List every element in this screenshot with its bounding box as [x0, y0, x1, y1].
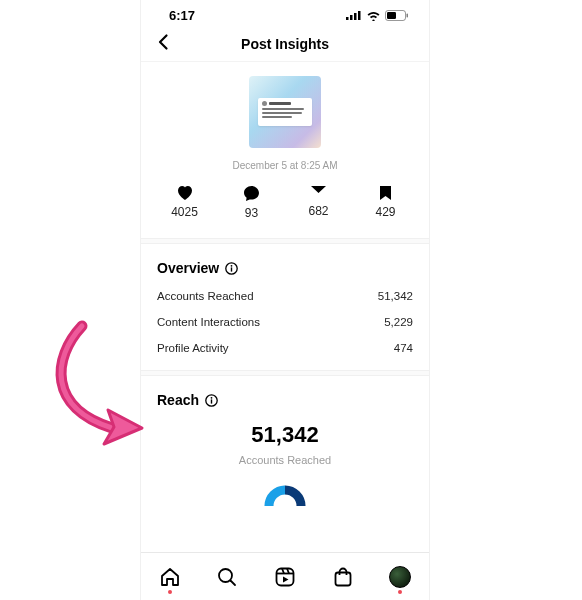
battery-icon: [385, 10, 409, 21]
reach-value: 51,342: [157, 422, 413, 448]
reach-section: Reach 51,342 Accounts Reached: [141, 376, 429, 522]
svg-rect-18: [276, 568, 293, 585]
svg-rect-5: [387, 12, 396, 19]
comment-icon: [243, 185, 260, 202]
reels-icon: [274, 566, 296, 588]
status-bar: 6:17: [141, 0, 429, 26]
row-value: 474: [394, 342, 413, 354]
status-time: 6:17: [169, 8, 195, 23]
shares[interactable]: 682: [285, 185, 352, 220]
chevron-left-icon: [155, 33, 173, 51]
tab-home[interactable]: [156, 566, 184, 588]
comments[interactable]: 93: [218, 185, 285, 220]
reach-info-button[interactable]: [205, 394, 218, 407]
page-title: Post Insights: [179, 36, 391, 52]
overview-row: Content Interactions 5,229: [157, 316, 413, 328]
post-thumbnail[interactable]: [249, 76, 321, 148]
share-icon: [310, 185, 327, 200]
svg-point-11: [211, 396, 213, 398]
notification-dot: [168, 590, 172, 594]
shares-count: 682: [308, 204, 328, 218]
overview-title: Overview: [157, 260, 219, 276]
overview-row: Profile Activity 474: [157, 342, 413, 354]
annotation-arrow: [42, 318, 152, 458]
tab-reels[interactable]: [271, 566, 299, 588]
heart-icon: [176, 185, 194, 201]
svg-rect-6: [407, 13, 409, 17]
likes[interactable]: 4025: [151, 185, 218, 220]
svg-rect-22: [335, 572, 350, 585]
row-label: Content Interactions: [157, 316, 260, 328]
status-icons: [346, 10, 409, 21]
avatar: [389, 566, 411, 588]
reach-label: Accounts Reached: [157, 454, 413, 466]
overview-row: Accounts Reached 51,342: [157, 290, 413, 302]
svg-rect-9: [231, 267, 232, 271]
tab-shop[interactable]: [329, 566, 357, 588]
search-icon: [216, 566, 238, 588]
svg-rect-3: [358, 11, 361, 20]
svg-point-8: [231, 264, 233, 266]
title-bar: Post Insights: [141, 26, 429, 62]
overview-section: Overview Accounts Reached 51,342 Content…: [141, 244, 429, 370]
notification-dot: [398, 590, 402, 594]
bottom-nav: [141, 552, 429, 600]
info-icon: [205, 394, 218, 407]
svg-line-17: [231, 580, 236, 585]
tab-profile[interactable]: [386, 566, 414, 588]
post-preview: December 5 at 8:25 AM: [141, 62, 429, 185]
reach-heading: Reach: [157, 392, 413, 408]
comments-count: 93: [245, 206, 258, 220]
reach-donut: [157, 484, 413, 506]
svg-rect-1: [350, 15, 353, 20]
bookmark-icon: [379, 185, 392, 201]
saves[interactable]: 429: [352, 185, 419, 220]
row-label: Accounts Reached: [157, 290, 254, 302]
cellular-icon: [346, 10, 362, 20]
svg-rect-12: [211, 399, 212, 403]
row-label: Profile Activity: [157, 342, 229, 354]
row-value: 5,229: [384, 316, 413, 328]
svg-rect-0: [346, 17, 349, 20]
post-date: December 5 at 8:25 AM: [232, 160, 337, 171]
phone-frame: 6:17 Post Insights December 5 at 8:25 AM: [140, 0, 430, 600]
wifi-icon: [366, 10, 381, 21]
home-icon: [159, 566, 181, 588]
saves-count: 429: [375, 205, 395, 219]
reach-title: Reach: [157, 392, 199, 408]
back-button[interactable]: [155, 33, 179, 55]
overview-info-button[interactable]: [225, 262, 238, 275]
svg-rect-2: [354, 13, 357, 20]
engagement-row: 4025 93 682 429: [141, 185, 429, 238]
tab-search[interactable]: [213, 566, 241, 588]
likes-count: 4025: [171, 205, 198, 219]
info-icon: [225, 262, 238, 275]
overview-heading: Overview: [157, 260, 413, 276]
row-value: 51,342: [378, 290, 413, 302]
content: December 5 at 8:25 AM 4025 93 682 429: [141, 62, 429, 552]
shop-icon: [332, 566, 354, 588]
